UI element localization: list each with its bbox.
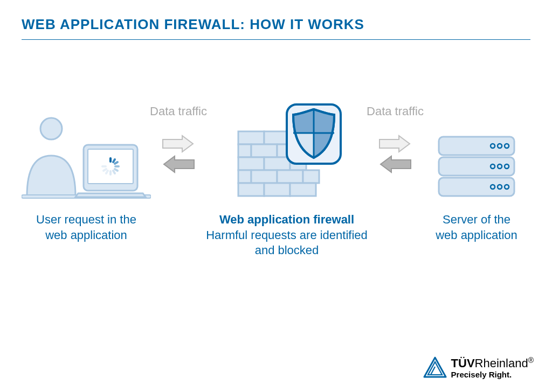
svg-rect-3 (88, 149, 133, 184)
svg-line-5 (113, 159, 115, 162)
logo-brand-rest: Rheinland (475, 356, 528, 370)
flow-left-label: Data traffic (150, 104, 207, 118)
svg-rect-28 (264, 183, 290, 196)
flow-right: Data traffic (368, 104, 422, 173)
firewall-shield-icon (227, 104, 346, 201)
svg-line-6 (115, 162, 118, 164)
flow-right-label: Data traffic (367, 104, 424, 118)
server-caption-line2: web application (436, 228, 518, 243)
svg-line-12 (104, 169, 106, 171)
logo-registered: ® (528, 356, 534, 365)
user-laptop-icon (22, 104, 151, 201)
logo-brand-bold: TÜV (451, 356, 475, 370)
svg-line-9 (113, 171, 115, 173)
svg-rect-20 (238, 157, 264, 170)
svg-rect-23 (238, 170, 251, 183)
svg-rect-25 (277, 170, 303, 183)
arrow-left-icon (378, 155, 412, 173)
user-column: User request in the web application (22, 104, 151, 243)
svg-rect-26 (303, 170, 319, 183)
waf-column: Web application firewall Harmful request… (206, 104, 368, 258)
logo-tagline: Precisely Right. (451, 370, 534, 380)
svg-rect-17 (238, 144, 251, 157)
page-title: WEB APPLICATION FIREWALL: HOW IT WORKS (22, 16, 530, 40)
user-caption-line2: web application (36, 228, 136, 243)
user-caption-line1: User request in the (36, 212, 136, 228)
svg-line-8 (115, 169, 118, 171)
arrow-left-icon (162, 155, 195, 173)
svg-rect-21 (264, 157, 290, 170)
svg-rect-33 (439, 137, 514, 155)
server-icon (433, 104, 520, 201)
waf-caption-title: Web application firewall (206, 212, 368, 228)
waf-caption-line1: Harmful requests are identified (206, 228, 368, 243)
svg-point-0 (40, 118, 62, 139)
svg-rect-34 (439, 157, 514, 176)
svg-rect-29 (290, 183, 316, 196)
svg-rect-35 (439, 178, 514, 196)
tuv-rheinland-logo: TÜVRheinland® Precisely Right. (423, 356, 534, 379)
flow-left: Data traffic (151, 104, 205, 173)
svg-rect-14 (238, 131, 264, 144)
svg-line-11 (106, 171, 108, 173)
server-caption-line1: Server of the (436, 212, 518, 228)
arrow-right-icon (162, 135, 195, 153)
waf-caption-line2: and blocked (206, 243, 368, 258)
arrow-right-icon (378, 135, 412, 153)
svg-rect-18 (251, 144, 277, 157)
server-column: Server of the web application (423, 104, 530, 243)
tuv-triangle-icon (423, 356, 447, 378)
diagram-row: User request in the web application Data… (22, 104, 530, 258)
svg-rect-27 (238, 183, 264, 196)
svg-rect-24 (251, 170, 277, 183)
